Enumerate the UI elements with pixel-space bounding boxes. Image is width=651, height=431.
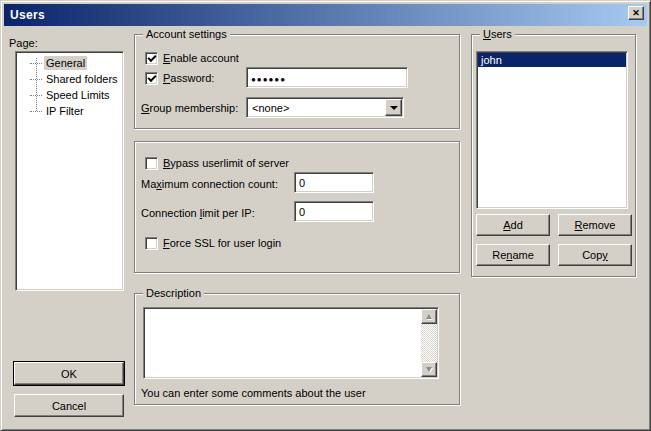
enable-account-label: Enable account — [163, 52, 239, 65]
arrow-down-icon — [426, 367, 432, 372]
group-membership-select[interactable]: <none> — [246, 97, 404, 118]
group-membership-label: Group membership: — [141, 102, 238, 115]
window-title: Users — [10, 8, 45, 22]
max-connection-count-input[interactable] — [294, 172, 374, 193]
max-connection-count-label: Maximum connection count: — [141, 178, 278, 191]
tree-item-label: IP Filter — [44, 104, 86, 118]
group-membership-value: <none> — [252, 102, 289, 114]
page-tree: General Shared folders Speed Limits IP F… — [15, 51, 124, 291]
tree-item-general[interactable]: General — [16, 55, 123, 71]
tree-item-shared-folders[interactable]: Shared folders — [16, 71, 123, 87]
tree-item-label: Speed Limits — [44, 88, 112, 102]
rename-user-button[interactable]: Rename — [476, 244, 550, 266]
password-checkbox[interactable] — [145, 72, 158, 85]
tree-connector-icon — [30, 63, 42, 64]
tree-item-ip-filter[interactable]: IP Filter — [16, 103, 123, 119]
chevron-down-icon — [390, 106, 398, 110]
bypass-userlimit-label: Bypass userlimit of server — [163, 157, 289, 170]
copy-user-button[interactable]: Copy — [558, 244, 632, 266]
scroll-up-button — [421, 309, 437, 324]
remove-user-button[interactable]: Remove — [558, 214, 632, 236]
tree-item-label: General — [44, 56, 87, 70]
tree-connector-icon — [30, 79, 42, 80]
users-group-title: Users — [480, 28, 515, 41]
description-scrollbar — [421, 309, 437, 377]
force-ssl-label: Force SSL for user login — [163, 237, 281, 250]
tree-item-speed-limits[interactable]: Speed Limits — [16, 87, 123, 103]
password-label: Password: — [163, 72, 214, 85]
description-field-frame — [143, 307, 439, 379]
users-listbox: john — [476, 51, 628, 209]
force-ssl-checkbox[interactable] — [145, 237, 158, 250]
scroll-down-button — [421, 362, 437, 377]
connection-limit-per-ip-input[interactable] — [294, 201, 374, 222]
tree-connector-icon — [30, 111, 42, 112]
connection-limit-per-ip-label: Connection limit per IP: — [141, 207, 255, 220]
page-label: Page: — [9, 37, 38, 50]
close-button[interactable]: ✕ — [628, 6, 644, 20]
tree-item-label: Shared folders — [44, 72, 120, 86]
titlebar[interactable]: Users — [4, 4, 647, 26]
description-textarea[interactable] — [145, 309, 420, 376]
password-input[interactable] — [246, 67, 408, 88]
ok-button[interactable]: OK — [14, 362, 124, 385]
close-icon: ✕ — [632, 9, 640, 18]
enable-account-checkbox[interactable] — [145, 52, 158, 65]
arrow-up-icon — [426, 314, 432, 319]
users-dialog: Users ✕ Page: General Shared folders Spe… — [0, 0, 651, 431]
user-list-item[interactable]: john — [478, 53, 626, 67]
description-hint: You can enter some comments about the us… — [141, 387, 366, 400]
bypass-userlimit-checkbox[interactable] — [145, 157, 158, 170]
tree-connector-icon — [30, 95, 42, 96]
account-settings-title: Account settings — [143, 28, 230, 41]
description-title: Description — [143, 287, 204, 300]
cancel-button[interactable]: Cancel — [14, 394, 124, 417]
add-user-button[interactable]: Add — [476, 214, 550, 236]
combo-dropdown-button[interactable] — [385, 99, 402, 116]
